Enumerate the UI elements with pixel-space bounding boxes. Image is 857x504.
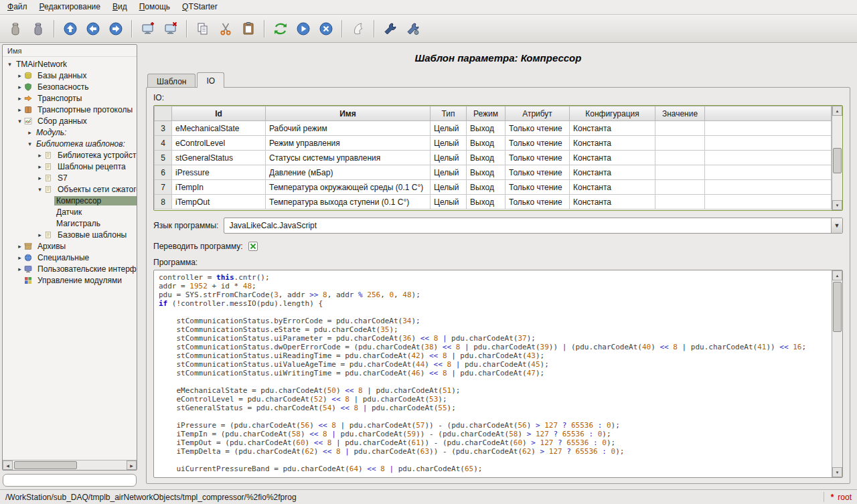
table-row[interactable]: 3eMechanicalStateРабочий режимЦелыйВыход… (155, 121, 832, 136)
cell-id[interactable]: eControlLevel (172, 136, 266, 151)
expand-icon[interactable]: ▸ (15, 84, 24, 90)
go-forward-button[interactable] (105, 18, 127, 39)
cell-config[interactable]: Константа (570, 121, 655, 136)
scrollbar-thumb[interactable] (833, 148, 842, 173)
tree-item-sensor[interactable]: Датчик (3, 206, 137, 218)
tree-item-tmairnetwork[interactable]: ▾TMAirNetwork (3, 58, 137, 70)
tree-item-s7[interactable]: ▸S7 (3, 172, 137, 183)
cell-id[interactable]: eMechanicalState (172, 121, 266, 136)
tool-2-button[interactable] (402, 18, 424, 39)
collapse-icon[interactable]: ▾ (5, 61, 14, 68)
cell-attr[interactable]: Только чтение (505, 151, 570, 165)
go-back-button[interactable] (82, 18, 104, 39)
status-user[interactable]: root (838, 493, 852, 502)
tab-io[interactable]: IO (197, 72, 224, 88)
copy-item-button[interactable] (192, 18, 214, 39)
tree-item-main-line[interactable]: Магистраль (3, 218, 137, 229)
tree-item-recipe-templates[interactable]: ▸Шаблоны рецепта (3, 161, 137, 172)
delete-item-button[interactable] (160, 18, 181, 39)
tree-item-module-management[interactable]: Управление модулями (3, 274, 137, 286)
program-language-select[interactable]: JavaLikeCalc.JavaScript ▼ (224, 218, 843, 234)
load-from-db-button[interactable] (5, 18, 26, 39)
cell-type[interactable]: Целый (431, 121, 467, 136)
cell-mode[interactable]: Выход (467, 136, 505, 151)
expand-icon[interactable]: ▸ (25, 129, 34, 136)
cell-mode[interactable]: Выход (467, 180, 505, 195)
tab-template[interactable]: Шаблон (147, 74, 196, 87)
tool-1-button[interactable] (380, 18, 401, 39)
scrollbar-track[interactable] (13, 460, 127, 470)
save-to-db-button[interactable] (27, 18, 49, 39)
column-header-config[interactable]: Конфигурация (570, 106, 655, 121)
table-row[interactable]: 5stGeneralStatusСтатусы системы управлен… (155, 151, 832, 165)
cell-config[interactable]: Константа (570, 151, 655, 165)
cell-id[interactable]: stGeneralStatus (172, 151, 266, 165)
column-header-type[interactable]: Тип (431, 106, 467, 121)
cell-name[interactable]: Статусы системы управления (266, 151, 431, 165)
tree-item-user-interfaces[interactable]: ▸Пользовательские интерфейсы (3, 263, 137, 274)
scroll-left-icon[interactable]: ◀ (3, 460, 13, 470)
scroll-down-icon[interactable]: ▼ (832, 200, 842, 210)
cell-mode[interactable]: Выход (467, 195, 505, 209)
expand-icon[interactable]: ▸ (15, 266, 24, 272)
cell-attr[interactable]: Только чтение (505, 180, 570, 195)
go-up-button[interactable] (60, 18, 81, 39)
expand-icon[interactable]: ▸ (15, 106, 24, 113)
menu-help[interactable]: Помощь (133, 0, 176, 14)
cell-type[interactable]: Целый (431, 195, 467, 209)
tree-item-special[interactable]: ▸Специальные (3, 252, 137, 263)
tree-column-header[interactable]: Имя (3, 45, 137, 57)
cell-config[interactable]: Константа (570, 136, 655, 151)
tree-item-archives[interactable]: ▸Архивы (3, 240, 137, 252)
cell-name[interactable]: Рабочий режим (266, 121, 431, 136)
cell-id[interactable]: iTempOut (172, 195, 266, 209)
cell-value[interactable] (655, 151, 705, 165)
cell-value[interactable] (655, 136, 705, 151)
cell-id[interactable]: iTempIn (172, 180, 266, 195)
cut-item-button[interactable] (215, 18, 236, 39)
expand-icon[interactable]: ▸ (35, 175, 44, 181)
cell-attr[interactable]: Только чтение (505, 121, 570, 136)
tree-item-module[interactable]: ▸Модуль: (3, 127, 137, 138)
cell-config[interactable]: Константа (570, 195, 655, 209)
column-header-mode[interactable]: Режим (467, 106, 505, 121)
tree-item-data-acquisition[interactable]: ▾Сбор данных (3, 115, 137, 127)
cell-value[interactable] (655, 121, 705, 136)
scrollbar-thumb[interactable] (833, 282, 842, 332)
clear-button[interactable] (347, 18, 369, 39)
column-header-name[interactable]: Имя (266, 106, 431, 121)
cell-config[interactable]: Константа (570, 180, 655, 195)
tree-item-transports[interactable]: ▸Транспорты (3, 92, 137, 104)
cell-type[interactable]: Целый (431, 151, 467, 165)
refresh-button[interactable] (270, 18, 291, 39)
cell-attr[interactable]: Только чтение (505, 195, 570, 209)
editor-vertical-scrollbar[interactable]: ▲ ▼ (832, 270, 842, 477)
add-item-button[interactable] (137, 18, 159, 39)
program-editor[interactable]: controller = this.cntr(); addr = 1952 + … (153, 270, 843, 478)
tree-item-security[interactable]: ▸Безопасность (3, 81, 137, 92)
expand-icon[interactable]: ▸ (15, 95, 24, 102)
scroll-up-icon[interactable]: ▲ (832, 106, 842, 116)
paste-item-button[interactable] (238, 18, 259, 39)
cell-mode[interactable]: Выход (467, 121, 505, 136)
expand-icon[interactable]: ▸ (15, 254, 24, 261)
expand-icon[interactable]: ▸ (35, 163, 44, 170)
table-row[interactable]: 8iTempOutТемпература выхода ступени (0.1… (155, 195, 832, 209)
tree-item-air-network-objects[interactable]: ▾Объекты сети сжатого (3, 183, 137, 195)
cell-attr[interactable]: Только чтение (505, 136, 570, 151)
collapse-icon[interactable]: ▾ (25, 141, 34, 147)
io-table[interactable]: IdИмяТипРежимАтрибутКонфигурацияЗначение… (154, 106, 832, 209)
cell-value[interactable] (655, 180, 705, 195)
cell-value[interactable] (655, 195, 705, 209)
tree-item-compressor[interactable]: Компрессор (3, 195, 137, 206)
scroll-down-icon[interactable]: ▼ (832, 467, 842, 477)
stop-button[interactable] (315, 18, 337, 39)
cell-mode[interactable]: Выход (467, 165, 505, 180)
tree-item-transport-protocols[interactable]: ▸Транспортные протоколы (3, 104, 137, 115)
tree-filter-input[interactable] (3, 474, 137, 487)
menu-qtstarter[interactable]: QTStarter (176, 0, 224, 14)
cell-name[interactable]: Температура окружающей среды (0.1 С°) (266, 180, 431, 195)
column-header-value[interactable]: Значение (655, 106, 705, 121)
cell-name[interactable]: Давление (мБар) (266, 165, 431, 180)
chevron-down-icon[interactable]: ▼ (831, 218, 842, 233)
